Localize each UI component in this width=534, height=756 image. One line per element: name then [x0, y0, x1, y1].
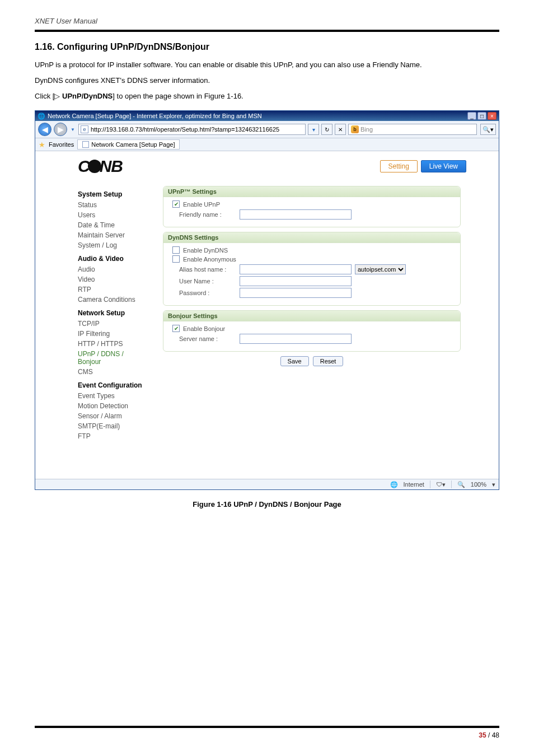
- sidebar-item-cms[interactable]: CMS: [78, 367, 146, 377]
- intro-para-2: DynDNS configures XNET's DDNS server inf…: [35, 73, 499, 88]
- sidebar-item-rtp[interactable]: RTP: [78, 284, 146, 295]
- enable-dyndns-checkbox[interactable]: [172, 246, 180, 254]
- ie-title-text: Network Camera [Setup Page] - Internet E…: [48, 113, 262, 119]
- ie-favicon-icon: 🌐: [38, 113, 45, 120]
- url-favicon-icon: e: [81, 125, 88, 133]
- cnb-logo: CNB: [78, 157, 123, 176]
- sidebar-item-smtp[interactable]: SMTP(E-mail): [78, 421, 146, 431]
- enable-upnp-label: Enable UPnP: [183, 201, 220, 208]
- dyndns-title: DynDNS Settings: [163, 232, 460, 243]
- sidebar-item-audio[interactable]: Audio: [78, 264, 146, 274]
- sidebar: System Setup Status Users Date & Time Ma…: [45, 186, 146, 441]
- url-field[interactable]: e http://193.168.0.73/html/operator/Setu…: [78, 124, 306, 135]
- zoom-value: 100%: [471, 481, 486, 488]
- zone-icon: 🌐: [390, 481, 398, 488]
- sidebar-item-eventtypes[interactable]: Event Types: [78, 391, 146, 401]
- alias-host-label: Alias host name :: [169, 266, 236, 273]
- page-total: 48: [492, 731, 499, 739]
- reset-button[interactable]: Reset: [313, 356, 344, 366]
- zoom-dropdown[interactable]: ▾: [492, 481, 495, 488]
- dyndns-fieldset: DynDNS Settings Enable DynDNS Enable Ano…: [163, 232, 461, 306]
- sidebar-item-tcpip[interactable]: TCP/IP: [78, 319, 146, 329]
- sidebar-item-status[interactable]: Status: [78, 200, 146, 210]
- search-button[interactable]: 🔍▾: [480, 124, 496, 135]
- url-text: http://193.168.0.73/html/operator/Setup.…: [91, 126, 279, 133]
- url-dropdown-button[interactable]: ▾: [308, 124, 319, 135]
- favorites-label: Favorites: [49, 141, 74, 148]
- save-button[interactable]: Save: [280, 356, 309, 366]
- setting-button[interactable]: Setting: [380, 160, 418, 172]
- page-current: 35: [479, 731, 486, 739]
- ie-status-bar: 🌐 Internet 🛡▾ 🔍 100% ▾: [35, 479, 499, 489]
- ie-titlebar: 🌐 Network Camera [Setup Page] - Internet…: [35, 111, 499, 121]
- nav-back-button[interactable]: ◀: [38, 123, 51, 136]
- page-sep: /: [486, 731, 492, 739]
- intro-para-3: Click [▷ UPnP/DynDNS] to open the page s…: [35, 89, 499, 104]
- header-rule: [35, 30, 499, 32]
- intro-para-1: UPnP is a protocol for IP installer soft…: [35, 58, 499, 72]
- sidebar-item-upnp[interactable]: UPnP / DDNS / Bonjour: [78, 349, 146, 367]
- search-placeholder: Bing: [360, 126, 373, 133]
- live-view-button[interactable]: Live View: [421, 160, 466, 172]
- sidebar-item-ftp[interactable]: FTP: [78, 431, 146, 441]
- enable-bonjour-checkbox[interactable]: ✔: [172, 325, 180, 332]
- doc-header: XNET User Manual: [35, 17, 499, 25]
- sidebar-item-ipfilter[interactable]: IP Filtering: [78, 329, 146, 339]
- figure-caption: Figure 1-16 UPnP / DynDNS / Bonjour Page: [35, 500, 499, 508]
- ie-address-bar: ◀ ▶ ▼ e http://193.168.0.73/html/operato…: [35, 121, 499, 138]
- sidebar-item-video[interactable]: Video: [78, 274, 146, 284]
- sidebar-item-datetime[interactable]: Date & Time: [78, 220, 146, 230]
- server-name-input[interactable]: [240, 334, 352, 344]
- enable-anonymous-label: Enable Anonymous: [183, 256, 236, 263]
- window-close-button[interactable]: ×: [488, 112, 496, 120]
- username-label: User Name :: [169, 278, 236, 284]
- window-minimize-button[interactable]: _: [467, 112, 476, 120]
- alias-host-input[interactable]: [240, 264, 352, 274]
- upnp-title: UPnP™ Settings: [163, 186, 460, 197]
- enable-dyndns-label: Enable DynDNS: [183, 247, 228, 254]
- favorites-star-icon[interactable]: ★: [39, 141, 45, 149]
- browser-tab[interactable]: Network Camera [Setup Page]: [77, 139, 180, 150]
- search-box[interactable]: b Bing: [348, 124, 477, 135]
- ie-window: 🌐 Network Camera [Setup Page] - Internet…: [35, 110, 499, 490]
- page-footer: 35 / 48: [35, 726, 499, 739]
- nav-forward-button[interactable]: ▶: [54, 123, 67, 136]
- enable-bonjour-label: Enable Bonjour: [183, 325, 225, 332]
- zoom-icon[interactable]: 🔍: [457, 481, 465, 488]
- friendly-name-input[interactable]: [240, 209, 352, 220]
- bing-icon: b: [351, 125, 359, 133]
- alias-domain-select[interactable]: autoipset.com: [355, 264, 406, 274]
- upnp-fieldset: UPnP™ Settings ✔ Enable UPnP Friendly na…: [163, 186, 461, 227]
- enable-upnp-checkbox[interactable]: ✔: [172, 200, 180, 208]
- ie-favorites-bar: ★ Favorites Network Camera [Setup Page]: [35, 138, 499, 151]
- zone-label: Internet: [404, 481, 424, 488]
- sidebar-group-event: Event Configuration: [78, 381, 146, 389]
- server-name-label: Server name :: [169, 335, 236, 342]
- sidebar-item-http[interactable]: HTTP / HTTPS: [78, 339, 146, 349]
- sidebar-item-sensor[interactable]: Sensor / Alarm: [78, 411, 146, 421]
- bonjour-title: Bonjour Settings: [163, 311, 460, 321]
- sidebar-item-users[interactable]: Users: [78, 210, 146, 220]
- sidebar-item-camera[interactable]: Camera Conditions: [78, 295, 146, 305]
- sidebar-group-system: System Setup: [78, 190, 146, 198]
- stop-button[interactable]: ✕: [335, 124, 346, 135]
- username-input[interactable]: [240, 276, 352, 286]
- page-content: CNB Setting Live View System Setup Statu…: [35, 151, 499, 479]
- nav-history-dropdown[interactable]: ▼: [71, 127, 75, 132]
- sidebar-item-motion[interactable]: Motion Detection: [78, 401, 146, 411]
- section-heading: 1.16. Configuring UPnP/DynDNS/Bonjour: [35, 42, 499, 52]
- password-label: Password :: [169, 290, 236, 296]
- password-input[interactable]: [240, 288, 352, 298]
- main-panel: UPnP™ Settings ✔ Enable UPnP Friendly na…: [163, 186, 489, 441]
- bonjour-fieldset: Bonjour Settings ✔ Enable Bonjour Server…: [163, 310, 461, 352]
- tab-label: Network Camera [Setup Page]: [91, 141, 175, 148]
- refresh-button[interactable]: ↻: [321, 124, 332, 135]
- sidebar-group-network: Network Setup: [78, 309, 146, 317]
- tab-favicon-icon: [82, 141, 89, 148]
- enable-anonymous-checkbox[interactable]: [172, 255, 180, 263]
- sidebar-group-av: Audio & Video: [78, 255, 146, 263]
- sidebar-item-maintain[interactable]: Maintain Server: [78, 230, 146, 240]
- protected-mode-icon: 🛡▾: [436, 481, 446, 488]
- sidebar-item-systemlog[interactable]: System / Log: [78, 240, 146, 250]
- window-maximize-button[interactable]: □: [477, 112, 486, 120]
